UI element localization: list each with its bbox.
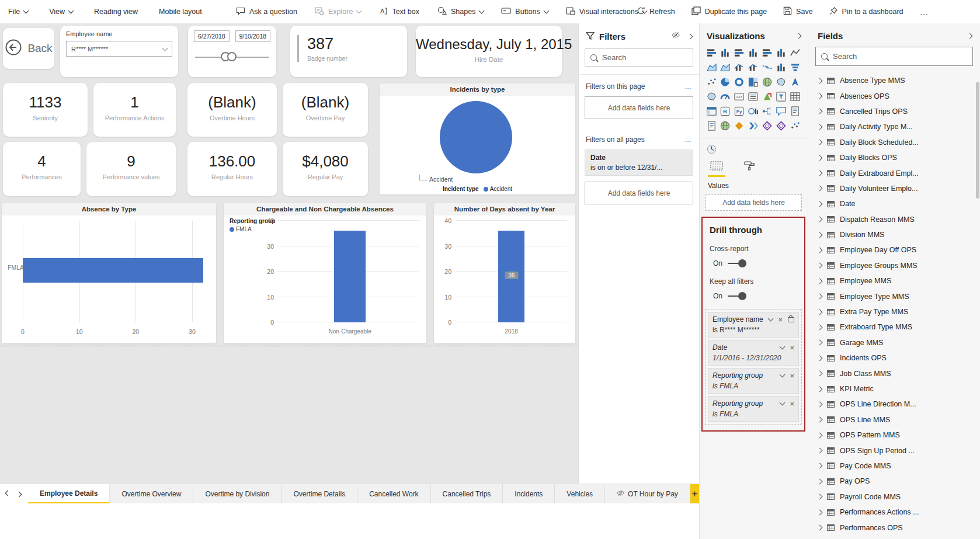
fields-table-extraboard-type-mms[interactable]: Extraboard Type MMS xyxy=(808,319,980,335)
add-data-fields-dropzone[interactable]: Add data fields here xyxy=(585,96,693,119)
chevron-right-icon[interactable] xyxy=(817,232,823,238)
remove-field-icon[interactable]: × xyxy=(790,372,794,380)
chevron-right-icon[interactable] xyxy=(817,140,823,145)
chevron-right-icon[interactable] xyxy=(817,217,823,222)
chevron-right-icon[interactable] xyxy=(817,432,823,438)
page-tab-overtime-by-division[interactable]: Overtime by Division xyxy=(193,484,282,504)
slicer-icon[interactable] xyxy=(775,91,787,102)
fields-table-garage-mms[interactable]: Garage MMS xyxy=(808,335,980,350)
remove-field-icon[interactable]: × xyxy=(790,400,794,408)
page-tab-incidents[interactable]: Incidents xyxy=(503,484,555,504)
map-icon[interactable] xyxy=(761,76,773,88)
fields-table-ops-line-mms[interactable]: OPS Line MMS xyxy=(808,412,980,427)
chevron-down-icon[interactable] xyxy=(780,372,786,378)
filled-map-icon[interactable] xyxy=(775,76,787,88)
pin-to-dashboard-button[interactable]: Pin to a dashboard xyxy=(829,6,903,17)
page-tab-cancelled-trips[interactable]: Cancelled Trips xyxy=(431,484,503,504)
fields-table-pay-ops[interactable]: Pay OPS xyxy=(808,474,980,489)
chevron-right-icon[interactable] xyxy=(817,509,823,515)
date-end-input[interactable]: 9/10/2018 xyxy=(235,30,271,42)
chevron-right-icon[interactable] xyxy=(817,448,823,454)
chevron-right-icon[interactable] xyxy=(817,417,823,423)
values-dropzone[interactable]: Add data fields here xyxy=(706,194,802,211)
chevron-down-icon[interactable] xyxy=(768,316,774,322)
shapes-menu[interactable]: Shapes xyxy=(437,6,484,17)
view-menu[interactable]: View xyxy=(49,8,73,16)
eye-slash-icon[interactable] xyxy=(672,31,680,41)
chevron-right-icon[interactable] xyxy=(817,278,823,284)
stacked-column-chart-icon[interactable] xyxy=(720,47,731,58)
visual-interactions-menu[interactable]: Visual interactions xyxy=(566,7,647,17)
collapse-pane-icon[interactable] xyxy=(687,33,693,39)
fields-table-job-class-mms[interactable]: Job Class MMS xyxy=(808,366,980,381)
page-tab-vehicles[interactable]: Vehicles xyxy=(555,484,605,504)
custom-visual-2-icon[interactable] xyxy=(789,120,801,131)
fields-table-employee-groups-mms[interactable]: Employee Groups MMS xyxy=(808,258,980,273)
more-options-icon[interactable]: … xyxy=(684,82,692,91)
more-options-icon[interactable]: … xyxy=(684,135,692,144)
collapse-pane-icon[interactable] xyxy=(796,33,802,39)
fields-table-dispatch-reason-mms[interactable]: Dispatch Reason MMS xyxy=(808,212,980,227)
badge-number-card[interactable]: 387 Badge number xyxy=(290,26,407,77)
fields-table-employee-type-mms[interactable]: Employee Type MMS xyxy=(808,288,980,304)
page-tab-employee-details[interactable]: Employee Details xyxy=(28,484,110,504)
cross-report-toggle[interactable] xyxy=(728,259,746,267)
regular-pay-card[interactable]: $4,080Regular Pay xyxy=(283,142,368,196)
drill-field-chip-0[interactable]: Employee name×is R**** M****** xyxy=(708,312,799,338)
ribbon-chart-icon[interactable] xyxy=(761,61,773,73)
decomposition-tree-icon[interactable] xyxy=(761,105,773,117)
fields-table-performances-ops[interactable]: Performances OPS xyxy=(808,520,980,535)
chevron-right-icon[interactable] xyxy=(817,478,823,484)
chevron-right-icon[interactable] xyxy=(817,201,823,207)
metrics-icon[interactable] xyxy=(761,120,773,131)
q-and-a-visual-icon[interactable] xyxy=(775,105,787,117)
format-tab[interactable] xyxy=(741,161,758,177)
date-range-slider[interactable] xyxy=(194,51,270,63)
fields-table-payroll-code-mms[interactable]: Payroll Code MMS xyxy=(808,489,980,505)
chevron-right-icon[interactable] xyxy=(817,494,823,500)
play-axis-clock-icon[interactable] xyxy=(706,143,717,155)
drill-field-chip-3[interactable]: Reporting group×is FMLA xyxy=(708,396,799,422)
fields-table-date[interactable]: Date xyxy=(808,196,980,211)
pie-chart-icon[interactable] xyxy=(720,76,731,88)
fields-search-input[interactable]: Search xyxy=(815,47,973,66)
shape-map-icon[interactable] xyxy=(706,91,717,102)
chevron-right-icon[interactable] xyxy=(817,93,823,99)
stacked-bar-chart-icon[interactable] xyxy=(706,47,717,58)
chargeable-absences-chart[interactable]: Chargeable and Non Chargeable Absences R… xyxy=(224,203,426,343)
stacked-area-chart-icon[interactable] xyxy=(720,61,731,73)
overtime-hours-card[interactable]: (Blank)Overtime Hours xyxy=(187,83,277,137)
chevron-right-icon[interactable] xyxy=(817,248,823,253)
table-icon[interactable] xyxy=(789,91,801,102)
chevron-right-icon[interactable] xyxy=(817,78,823,84)
funnel-chart-icon[interactable] xyxy=(789,61,801,73)
hire-date-card[interactable]: Wednesday, July 1, 2015 Hire Date xyxy=(416,26,562,77)
chevron-right-icon[interactable] xyxy=(817,155,823,161)
waterfall-chart-icon[interactable] xyxy=(775,61,787,73)
chevron-right-icon[interactable] xyxy=(817,294,823,300)
chevron-right-icon[interactable] xyxy=(817,340,823,346)
page-tab-overtime-details[interactable]: Overtime Details xyxy=(282,484,357,504)
date-start-input[interactable]: 6/27/2018 xyxy=(194,30,230,42)
chevron-right-icon[interactable] xyxy=(817,355,823,361)
fields-table-daily-volunteer-emplo[interactable]: Daily Volunteer Emplo... xyxy=(808,181,980,196)
page-tab-cancelled-work[interactable]: Cancelled Work xyxy=(357,484,430,504)
fields-table-extra-pay-type-mms[interactable]: Extra Pay Type MMS xyxy=(808,304,980,319)
chevron-down-icon[interactable] xyxy=(780,344,786,350)
donut-chart-icon[interactable] xyxy=(734,76,745,88)
paginated-report-icon[interactable] xyxy=(706,120,717,131)
fields-table-absences-ops[interactable]: Absences OPS xyxy=(808,88,980,103)
python-visual-icon[interactable]: Py xyxy=(734,105,745,117)
chevron-right-icon[interactable] xyxy=(817,171,823,176)
incidents-by-type-pie-chart[interactable]: Incidents by type Accident Incident type… xyxy=(380,84,575,194)
keep-all-filters-toggle[interactable] xyxy=(728,292,746,300)
days-absent-by-year-chart[interactable]: Number of Days absent by Year 010203040 … xyxy=(434,203,575,343)
power-automate-icon[interactable] xyxy=(748,120,759,131)
power-apps-icon[interactable] xyxy=(734,120,745,131)
chevron-right-icon[interactable] xyxy=(817,386,823,392)
overtime-pay-card[interactable]: (Blank)Overtime Pay xyxy=(283,83,368,137)
refresh-button[interactable]: Refresh xyxy=(637,6,675,17)
drill-field-chip-1[interactable]: Date×1/1/2016 - 12/31/2020 xyxy=(708,340,799,366)
drill-field-chip-2[interactable]: Reporting group×is FMLA xyxy=(708,368,799,394)
scatter-chart-icon[interactable] xyxy=(706,76,717,88)
